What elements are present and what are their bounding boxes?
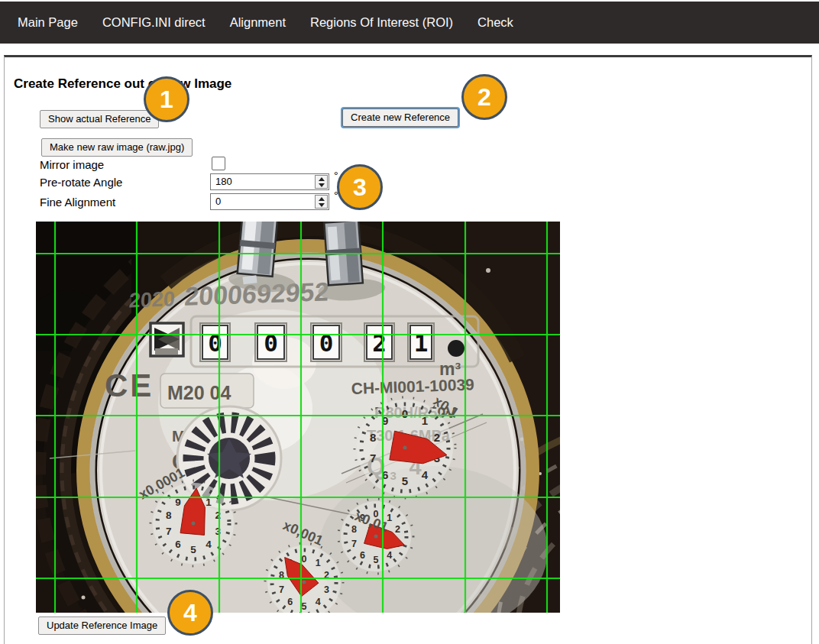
callout-circle-4: 4	[167, 590, 213, 636]
svg-text:0: 0	[402, 407, 408, 420]
svg-text:2: 2	[395, 524, 400, 535]
spinner-up-icon[interactable]	[319, 197, 325, 201]
svg-text:5: 5	[302, 601, 307, 612]
meter-photo: 2020 2000692952 00021 m³ CE M20 04 CH-MI…	[36, 222, 560, 613]
ce-mark: CE	[105, 367, 154, 403]
svg-text:9: 9	[175, 497, 181, 508]
odometer-digit: 0	[264, 329, 278, 357]
meter-logo-box	[151, 323, 183, 356]
nav-item-main-page[interactable]: Main Page	[18, 15, 78, 30]
pre-rotate-angle-input[interactable]: 180	[210, 173, 329, 190]
callout-circle-1: 1	[144, 76, 189, 122]
svg-text:7: 7	[279, 584, 284, 595]
pre-rotate-angle-label: Pre-rotate Angle	[40, 176, 122, 189]
make-new-raw-image-button[interactable]: Make new raw image (raw.jpg)	[41, 138, 193, 157]
svg-text:1: 1	[206, 497, 212, 508]
nav-item-regions-of-interest-roi[interactable]: Regions Of Interest (ROI)	[310, 15, 453, 30]
update-reference-image-button[interactable]: Update Reference Image	[38, 616, 166, 635]
mirror-image-checkbox[interactable]	[212, 157, 225, 170]
svg-text:8: 8	[370, 431, 376, 444]
show-actual-reference-button[interactable]: Show actual Reference	[40, 110, 159, 128]
fine-alignment-input[interactable]: 0	[210, 193, 329, 210]
svg-text:7: 7	[370, 451, 376, 464]
svg-text:2: 2	[434, 431, 440, 444]
m20-label: M20 04	[167, 382, 231, 403]
callout-circle-2: 2	[461, 74, 507, 120]
svg-text:5: 5	[190, 544, 196, 555]
svg-text:4: 4	[316, 597, 321, 607]
odometer-digit: 0	[319, 329, 334, 357]
svg-text:4: 4	[206, 539, 212, 550]
callout-circle-3: 3	[337, 164, 383, 210]
fine-alignment-value: 0	[211, 194, 314, 209]
nav-item-check[interactable]: Check	[477, 15, 513, 30]
svg-text:6: 6	[175, 539, 181, 550]
svg-text:5: 5	[402, 474, 408, 487]
svg-text:0: 0	[302, 554, 307, 565]
svg-text:4: 4	[387, 550, 392, 561]
fine-alignment-spinner[interactable]	[315, 195, 328, 209]
spinner-up-icon[interactable]	[319, 177, 325, 181]
odometer-digit: 2	[372, 329, 387, 357]
mirror-image-label: Mirror image	[40, 158, 104, 171]
page: Main PageCONFIG.INI directAlignmentRegio…	[0, 0, 819, 644]
nav-item-config-ini-direct[interactable]: CONFIG.INI direct	[102, 15, 206, 30]
pre-rotate-spinner[interactable]	[315, 175, 328, 189]
odometer-digit: 1	[414, 329, 429, 357]
nav-item-alignment[interactable]: Alignment	[230, 15, 286, 30]
photo-scene: 2020 2000692952 00021 m³ CE M20 04 CH-MI…	[36, 222, 560, 613]
svg-text:1: 1	[316, 558, 321, 568]
page-title: Create Reference out of Raw Image	[14, 76, 231, 92]
navbar: Main PageCONFIG.INI directAlignmentRegio…	[0, 2, 819, 44]
svg-text:8: 8	[351, 524, 357, 535]
pre-rotate-angle-value: 180	[211, 174, 314, 189]
svg-text:7: 7	[166, 526, 172, 537]
svg-text:4: 4	[422, 468, 429, 481]
svg-text:7: 7	[351, 539, 357, 549]
spinner-down-icon[interactable]	[319, 183, 325, 187]
spinner-down-icon[interactable]	[319, 203, 325, 207]
fine-alignment-label: Fine Alignment	[40, 196, 115, 209]
svg-text:3: 3	[215, 526, 222, 537]
create-new-reference-button[interactable]: Create new Reference	[342, 108, 458, 127]
svg-text:3: 3	[324, 584, 329, 595]
svg-text:6: 6	[287, 597, 293, 607]
liters-dot	[448, 340, 465, 357]
svg-text:5: 5	[374, 555, 379, 565]
svg-text:8: 8	[166, 510, 172, 521]
svg-text:6: 6	[360, 550, 365, 561]
